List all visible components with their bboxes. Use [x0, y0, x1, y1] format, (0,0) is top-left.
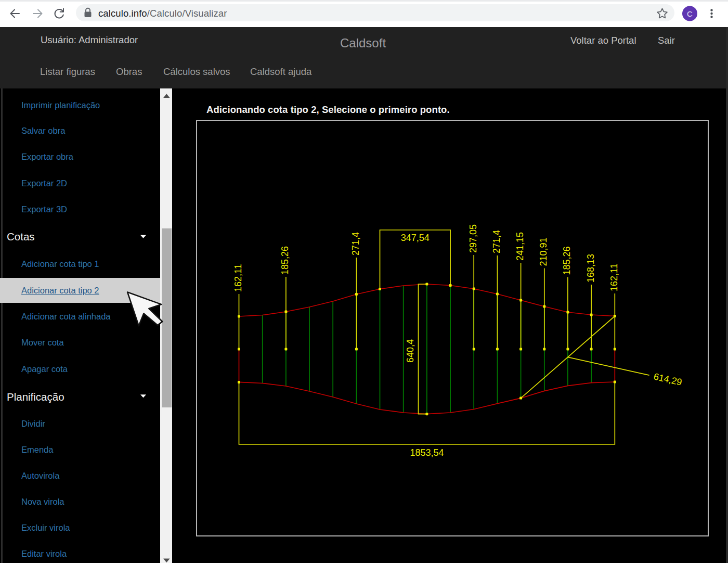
svg-text:185,26: 185,26 — [562, 246, 572, 275]
svg-text:297,05: 297,05 — [468, 224, 478, 253]
svg-text:162,11: 162,11 — [233, 264, 243, 292]
svg-text:168,13: 168,13 — [586, 254, 596, 283]
svg-text:162,11: 162,11 — [609, 263, 619, 291]
svg-text:271,4: 271,4 — [491, 230, 502, 253]
svg-text:241,15: 241,15 — [515, 232, 525, 261]
svg-text:210,91: 210,91 — [538, 237, 549, 266]
svg-text:1853,54: 1853,54 — [410, 447, 444, 458]
svg-text:614,29: 614,29 — [653, 371, 683, 388]
svg-text:640,4: 640,4 — [405, 339, 415, 363]
svg-text:185,26: 185,26 — [280, 246, 290, 275]
svg-text:347,54: 347,54 — [401, 233, 430, 243]
svg-text:271,4: 271,4 — [350, 232, 361, 255]
